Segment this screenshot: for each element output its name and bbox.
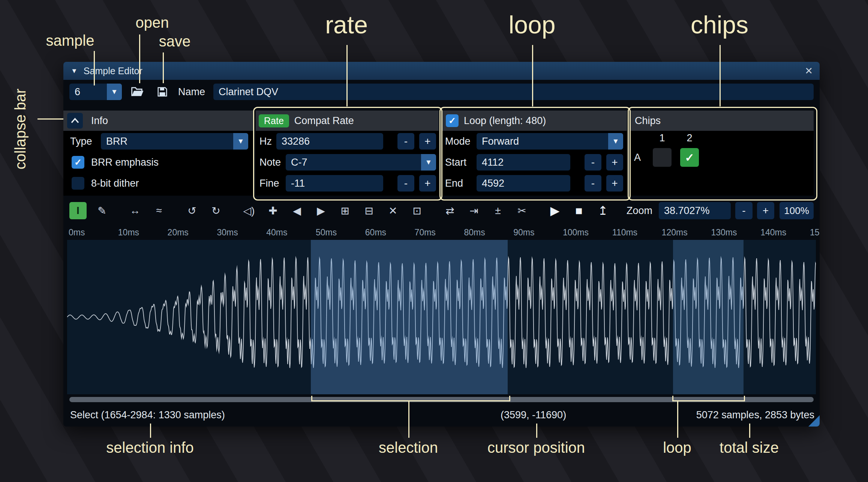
- fade-out-icon[interactable]: ▶: [312, 202, 330, 219]
- close-icon[interactable]: ✕: [805, 62, 813, 80]
- trim-icon[interactable]: ⊡: [408, 202, 426, 219]
- loop-mode-select[interactable]: Forward ▼: [477, 133, 623, 150]
- callout-line-chips: [720, 45, 721, 106]
- upload-sample-icon[interactable]: ↥: [594, 202, 612, 219]
- save-icon: [157, 86, 168, 97]
- resize-icon[interactable]: ↔: [126, 202, 144, 219]
- mode-label: Mode: [445, 133, 471, 150]
- callout-line-loop: [532, 45, 533, 106]
- ruler-label: 50ms: [316, 228, 337, 238]
- chips-panel-title: Chips: [635, 115, 661, 127]
- loop-end-plus-button[interactable]: +: [606, 175, 623, 192]
- fine-minus-button[interactable]: -: [397, 175, 414, 192]
- toolbar-icon-group: I✎↔≈↺↻◁)✚◀▶⊞⊟✕⊡⇄⇥±✂▶■↥: [69, 201, 612, 220]
- timeline-ruler[interactable]: 0ms10ms20ms30ms40ms50ms60ms70ms80ms90ms1…: [63, 225, 820, 240]
- fade-in-icon[interactable]: ◀: [288, 202, 306, 219]
- ruler-label: 60ms: [365, 228, 386, 238]
- collapse-bar-button[interactable]: [67, 113, 83, 129]
- loop-end-label: End: [445, 175, 463, 192]
- waveform-canvas[interactable]: [67, 240, 816, 394]
- hz-value: 33286: [276, 136, 310, 147]
- loop-enable-checkbox[interactable]: ✓: [446, 114, 459, 127]
- preview-play-icon[interactable]: ▶: [546, 202, 564, 219]
- chevron-down-icon[interactable]: ▼: [421, 154, 436, 171]
- note-select[interactable]: C-7 ▼: [286, 154, 436, 171]
- loop-panel-header: ✓ Loop (length: 480): [441, 111, 627, 131]
- loop-start-plus-button[interactable]: +: [606, 154, 623, 171]
- selection-info-text: Select (1654-2984: 1330 samples): [70, 406, 225, 424]
- zoom-reset-button[interactable]: 100%: [780, 202, 814, 219]
- note-value: C-7: [286, 157, 307, 168]
- zoom-in-button[interactable]: +: [757, 202, 774, 219]
- ruler-label: 100ms: [563, 228, 589, 238]
- sample-name-input[interactable]: Clarinet DQV: [213, 84, 814, 100]
- chip-1-checkbox[interactable]: [653, 148, 672, 167]
- dither-checkbox[interactable]: [72, 177, 84, 190]
- type-select[interactable]: BRR ▼: [101, 133, 248, 150]
- callout-line-selection-info: [150, 424, 151, 438]
- chip-2-checkbox[interactable]: ✓: [680, 148, 699, 167]
- callout-bracket-loop: [672, 396, 745, 401]
- chevron-down-icon[interactable]: ▼: [233, 133, 248, 150]
- ruler-label: 40ms: [266, 228, 287, 238]
- undo-icon[interactable]: ↺: [183, 202, 201, 219]
- reverse-icon[interactable]: ⇄: [441, 202, 459, 219]
- loop-end-input[interactable]: 4592: [477, 175, 570, 192]
- chips-panel: Chips 1 2 A ✓: [630, 111, 814, 196]
- loop-start-minus-button[interactable]: -: [585, 154, 601, 171]
- folder-open-icon: [131, 87, 144, 97]
- annotation-loop-region: loop: [663, 439, 691, 456]
- loop-start-input[interactable]: 4112: [477, 154, 570, 171]
- zoom-out-button[interactable]: -: [735, 202, 753, 219]
- annotation-save: save: [159, 33, 191, 50]
- save-sample-button[interactable]: [154, 84, 171, 100]
- hz-input[interactable]: 33286: [276, 133, 383, 150]
- apply-silence-icon[interactable]: ⊟: [360, 202, 378, 219]
- zoom-input[interactable]: 38.7027%: [659, 202, 731, 219]
- cursor-position-text: (3599, -11690): [501, 406, 566, 424]
- rate-panel-header: Rate Compat Rate: [256, 111, 439, 131]
- normalize-icon[interactable]: ✚: [264, 202, 282, 219]
- window-title: Sample Editor: [84, 66, 142, 76]
- zoom-value: 38.7027%: [659, 205, 710, 217]
- ruler-label: 0ms: [69, 228, 85, 238]
- open-sample-button[interactable]: [129, 84, 146, 100]
- window-collapse-icon[interactable]: ▼: [71, 67, 78, 75]
- annotation-total-size: total size: [720, 439, 779, 456]
- preview-stop-icon[interactable]: ■: [570, 202, 588, 219]
- filter-icon[interactable]: ✂: [513, 202, 531, 219]
- check-icon: ✓: [74, 157, 82, 168]
- redo-icon[interactable]: ↻: [207, 202, 225, 219]
- loop-end-minus-button[interactable]: -: [585, 175, 601, 192]
- hz-plus-button[interactable]: +: [419, 133, 436, 150]
- hz-minus-button[interactable]: -: [397, 133, 414, 150]
- insert-silence-icon[interactable]: ⊞: [336, 202, 354, 219]
- edit-mode-select-icon[interactable]: I: [69, 202, 87, 219]
- sample-number-select[interactable]: 6 ▼: [69, 84, 122, 100]
- window-resize-grip[interactable]: [808, 415, 820, 427]
- waveform-view[interactable]: [67, 240, 816, 394]
- fine-input[interactable]: -11: [286, 175, 383, 192]
- invert-icon[interactable]: ⇥: [465, 202, 483, 219]
- chip-column-1-label: 1: [653, 132, 672, 144]
- amplify-icon[interactable]: ◁): [240, 202, 258, 219]
- loop-mode-value: Forward: [477, 136, 519, 147]
- ruler-label: 30ms: [217, 228, 238, 238]
- callout-line-total-size: [749, 424, 750, 438]
- sign-icon[interactable]: ±: [489, 202, 507, 219]
- rate-panel: Rate Compat Rate Hz 33286 - + Note C-7 ▼…: [256, 111, 439, 196]
- fine-plus-button[interactable]: +: [419, 175, 436, 192]
- ruler-label: 140ms: [760, 228, 786, 238]
- ruler-label: 110ms: [612, 228, 637, 238]
- chevron-down-icon[interactable]: ▼: [608, 133, 623, 150]
- ruler-label: 10ms: [118, 228, 139, 238]
- callout-line-cursor-position: [536, 424, 537, 438]
- rate-badge[interactable]: Rate: [259, 114, 289, 127]
- delete-icon[interactable]: ✕: [384, 202, 402, 219]
- chevron-down-icon[interactable]: ▼: [107, 84, 122, 100]
- brr-emphasis-checkbox[interactable]: ✓: [72, 156, 84, 169]
- resample-icon[interactable]: ≈: [150, 202, 168, 219]
- edit-mode-draw-icon[interactable]: ✎: [93, 202, 111, 219]
- loop-panel-title: Loop (length: 480): [464, 115, 546, 127]
- info-panel-title: Info: [91, 115, 108, 127]
